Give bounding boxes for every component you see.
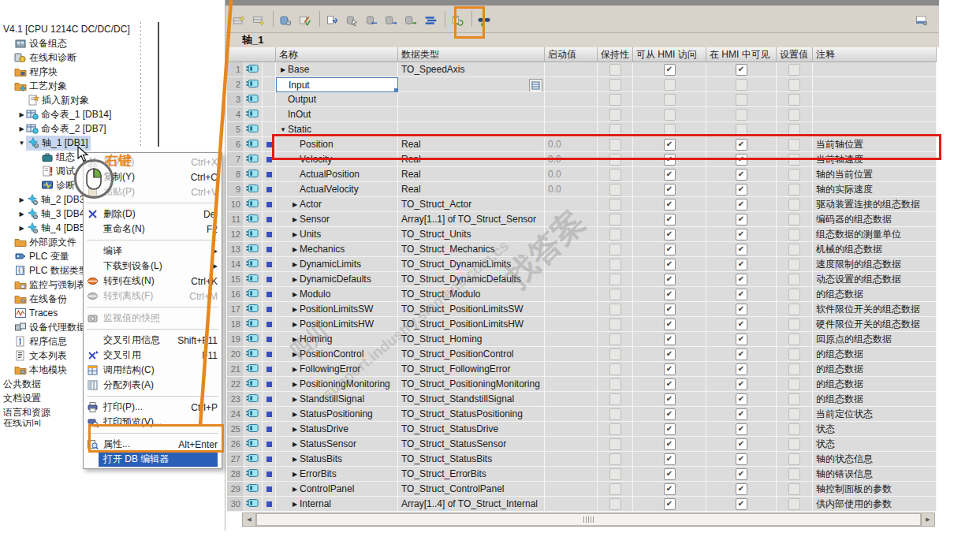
checkbox-unchecked[interactable] bbox=[609, 408, 621, 420]
data-type-cell[interactable] bbox=[398, 77, 545, 92]
checkbox-unchecked[interactable] bbox=[609, 453, 621, 465]
tree-item-工艺对象[interactable]: 工艺对象 bbox=[0, 79, 172, 93]
checkbox-checked[interactable]: ✔ bbox=[736, 483, 747, 495]
data-type-cell[interactable]: TO_Struct_ControlPanel bbox=[398, 482, 545, 497]
checkbox-checked[interactable]: ✔ bbox=[736, 289, 747, 300]
data-type-cell[interactable]: TO_Struct_Homing bbox=[398, 332, 545, 347]
comment-cell[interactable]: 的组态数据 bbox=[813, 377, 937, 392]
checkbox-unchecked[interactable] bbox=[788, 139, 800, 151]
comment-cell[interactable]: 轴的实际速度 bbox=[813, 182, 937, 197]
copy-snapshot-button[interactable] bbox=[343, 9, 363, 29]
checkbox-checked[interactable]: ✔ bbox=[736, 184, 747, 196]
checkbox-unchecked[interactable] bbox=[788, 229, 800, 240]
start-value-cell[interactable] bbox=[545, 377, 598, 392]
row-expander-icon[interactable]: ▶ bbox=[290, 321, 300, 328]
data-type-cell[interactable] bbox=[398, 92, 545, 107]
start-value-cell[interactable] bbox=[545, 212, 598, 227]
row-expander-icon[interactable]: ▶ bbox=[290, 306, 300, 313]
checkbox-checked[interactable]: ✔ bbox=[736, 259, 747, 270]
checkbox-unchecked[interactable] bbox=[788, 319, 800, 330]
start-value-cell[interactable]: 0.0 bbox=[545, 167, 598, 182]
comment-cell[interactable]: 组态数据的测量单位 bbox=[813, 227, 937, 242]
checkbox-unchecked[interactable] bbox=[609, 184, 621, 196]
details-view-button[interactable] bbox=[913, 9, 933, 28]
checkbox-checked[interactable]: ✔ bbox=[664, 408, 676, 420]
checkbox-unchecked[interactable] bbox=[609, 169, 621, 181]
row-expander-icon[interactable]: ▶ bbox=[290, 471, 300, 478]
checkbox-checked[interactable]: ✔ bbox=[736, 139, 747, 151]
copy-to-start-button[interactable] bbox=[363, 9, 382, 29]
checkbox-unchecked[interactable] bbox=[664, 79, 676, 91]
menu-item-重命名N[interactable]: 重命名(N)F2 bbox=[84, 222, 222, 237]
monitor-all-button[interactable] bbox=[475, 9, 495, 29]
checkbox-unchecked[interactable] bbox=[788, 184, 800, 196]
start-value-cell[interactable] bbox=[545, 287, 598, 302]
checkbox-unchecked[interactable] bbox=[609, 334, 621, 345]
checkbox-unchecked[interactable] bbox=[664, 124, 676, 136]
data-type-cell[interactable]: TO_Struct_DynamicLimits bbox=[398, 257, 545, 272]
row-expander-icon[interactable]: ▶ bbox=[290, 456, 300, 463]
row-expander-icon[interactable]: ▶ bbox=[290, 231, 300, 238]
comment-cell[interactable]: 轴控制面板的参数 bbox=[813, 482, 937, 497]
data-type-cell[interactable] bbox=[398, 122, 545, 137]
menu-item-打印预览V[interactable]: 打印预览(V)... bbox=[84, 415, 222, 430]
download-values-button[interactable] bbox=[382, 9, 402, 29]
checkbox-unchecked[interactable] bbox=[736, 109, 747, 121]
comment-cell[interactable]: 状态 bbox=[813, 422, 937, 437]
name-cell[interactable]: ▶DynamicLimits bbox=[276, 257, 398, 272]
row-expander-icon[interactable]: ▶ bbox=[290, 426, 300, 433]
checkbox-unchecked[interactable] bbox=[609, 423, 621, 435]
name-cell[interactable]: Position bbox=[276, 137, 398, 152]
column-header-在 HMI 中可见[interactable]: 在 HMI 中可见 bbox=[706, 47, 777, 62]
checkbox-unchecked[interactable] bbox=[609, 79, 621, 91]
scroll-left-button[interactable]: ◀ bbox=[243, 513, 256, 526]
checkbox-unchecked[interactable] bbox=[788, 363, 800, 375]
tree-expand-arrow-icon[interactable]: ▶ bbox=[17, 211, 26, 218]
row-expander-icon[interactable]: ▶ bbox=[290, 261, 300, 268]
checkbox-checked[interactable]: ✔ bbox=[736, 348, 747, 360]
start-value-cell[interactable] bbox=[545, 92, 598, 107]
menu-item-调用结构C[interactable]: 调用结构(C) bbox=[84, 363, 222, 378]
tree-expand-arrow-icon[interactable]: ▶ bbox=[17, 196, 26, 203]
start-value-cell[interactable] bbox=[545, 332, 598, 347]
checkbox-checked[interactable]: ✔ bbox=[736, 334, 747, 345]
horizontal-scrollbar[interactable]: ◀ ▶ bbox=[242, 512, 935, 527]
name-cell[interactable]: ▶Internal bbox=[276, 497, 398, 512]
checkbox-checked[interactable]: ✔ bbox=[664, 244, 676, 255]
row-expander-icon[interactable]: ▶ bbox=[290, 441, 300, 448]
checkbox-unchecked[interactable] bbox=[788, 154, 800, 166]
checkbox-unchecked[interactable] bbox=[736, 94, 747, 106]
name-cell[interactable]: ▶FollowingError bbox=[276, 362, 398, 377]
checkbox-checked[interactable]: ✔ bbox=[736, 378, 747, 390]
menu-item-属性[interactable]: 属性...Alt+Enter bbox=[84, 437, 222, 452]
checkbox-checked[interactable]: ✔ bbox=[736, 244, 747, 255]
name-cell[interactable]: ▶PositioningMonitoring bbox=[276, 377, 398, 392]
checkbox-unchecked[interactable] bbox=[788, 393, 800, 405]
checkbox-checked[interactable]: ✔ bbox=[736, 64, 747, 76]
upload-values-button[interactable] bbox=[402, 9, 422, 29]
start-value-cell[interactable]: 0.0 bbox=[545, 137, 598, 152]
checkbox-checked[interactable]: ✔ bbox=[736, 438, 747, 450]
checkbox-unchecked[interactable] bbox=[609, 214, 621, 225]
name-cell[interactable]: ▶DynamicDefaults bbox=[276, 272, 398, 287]
checkbox-checked[interactable]: ✔ bbox=[664, 319, 676, 330]
comment-cell[interactable]: 硬件限位开关的组态数据 bbox=[813, 317, 937, 332]
data-type-cell[interactable]: TO_Struct_ErrorBits bbox=[398, 467, 545, 482]
tree-collapse-arrow-icon[interactable]: ▼ bbox=[17, 140, 26, 147]
data-type-cell[interactable]: TO_Struct_StatusDrive bbox=[398, 422, 545, 437]
checkbox-checked[interactable]: ✔ bbox=[736, 199, 747, 211]
comment-cell[interactable]: 状态 bbox=[813, 437, 937, 452]
row-expander-icon[interactable]: ▶ bbox=[290, 501, 300, 508]
checkbox-checked[interactable]: ✔ bbox=[664, 438, 676, 450]
checkbox-checked[interactable]: ✔ bbox=[736, 169, 747, 181]
data-type-cell[interactable]: TO_Struct_Actor bbox=[398, 197, 545, 212]
comment-cell[interactable]: 当前轴速度 bbox=[813, 152, 937, 167]
menu-item-打开DB编辑器[interactable]: 打开 DB 编辑器 bbox=[99, 452, 218, 467]
checkbox-checked[interactable]: ✔ bbox=[664, 139, 676, 151]
start-value-cell[interactable] bbox=[545, 242, 598, 257]
comment-cell[interactable]: 当前轴位置 bbox=[813, 137, 937, 152]
checkbox-unchecked[interactable] bbox=[609, 363, 621, 375]
row-expander-icon[interactable]: ▶ bbox=[290, 486, 300, 493]
start-value-cell[interactable] bbox=[545, 482, 598, 497]
checkbox-unchecked[interactable] bbox=[788, 378, 800, 390]
